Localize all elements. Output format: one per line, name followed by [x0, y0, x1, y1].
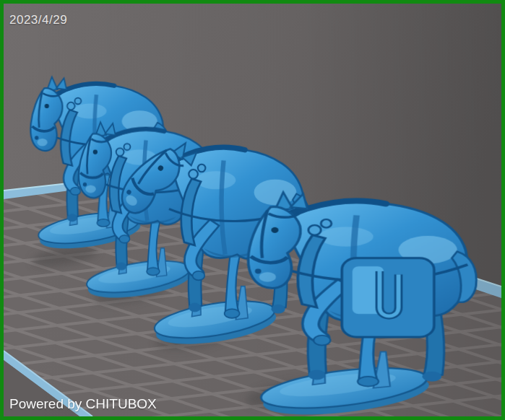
slicer-viewport[interactable]: [4, 4, 501, 416]
window-frame: 2023/4/29 Powered by CHITUBOX: [0, 0, 505, 420]
